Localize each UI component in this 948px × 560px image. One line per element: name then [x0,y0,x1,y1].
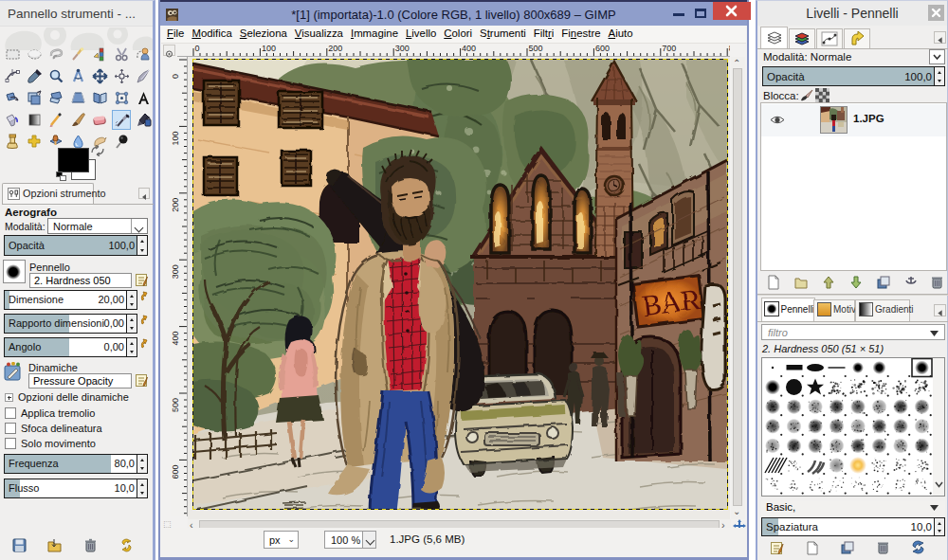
svg-text:300: 300 [395,44,410,53]
svg-text:600: 600 [171,464,180,479]
svg-text:700: 700 [662,44,676,53]
svg-text:200: 200 [171,198,180,212]
svg-text:100: 100 [262,44,276,53]
svg-text:500: 500 [529,44,543,53]
svg-text:200: 200 [328,44,342,53]
svg-text:400: 400 [171,332,180,346]
svg-text:600: 600 [595,44,610,53]
svg-text:100: 100 [171,131,180,145]
svg-text:300: 300 [171,264,180,279]
svg-text:500: 500 [171,398,180,412]
svg-text:0: 0 [171,74,180,79]
svg-text:400: 400 [462,44,476,53]
svg-text:0: 0 [195,44,200,53]
svg-text:800: 800 [729,44,730,53]
